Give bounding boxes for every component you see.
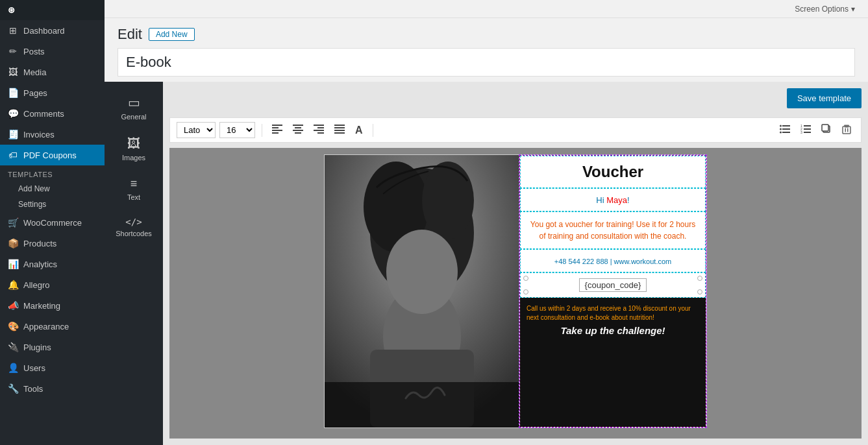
align-left-button[interactable] — [269, 123, 286, 138]
resize-handle-br[interactable] — [697, 289, 702, 295]
svg-rect-10 — [314, 130, 324, 131]
sidebar-item-woocommerce[interactable]: 🛒 WooCommerce — [0, 212, 105, 233]
voucher-code-block[interactable]: {coupon_code} — [520, 272, 706, 298]
font-size-select[interactable]: 89101112141618202428364872 — [219, 122, 255, 138]
align-justify-button[interactable] — [331, 123, 348, 138]
duplicate-button[interactable] — [818, 122, 835, 138]
panel-item-general[interactable]: ▭ General — [105, 88, 163, 127]
svg-point-38 — [422, 162, 474, 239]
sidebar-item-plugins[interactable]: 🔌 Plugins — [0, 337, 105, 357]
sidebar-sub-add-new[interactable]: Add New — [0, 181, 105, 197]
svg-rect-9 — [317, 127, 324, 128]
chevron-down-icon: ▾ — [851, 5, 855, 14]
panel-item-images[interactable]: 🖼 Images — [105, 130, 163, 168]
sidebar-item-label: Allegro — [23, 280, 49, 290]
sidebar-item-dashboard[interactable]: ⊞ Dashboard — [0, 20, 105, 41]
editor-wrapper: ▭ General 🖼 Images ≡ Text </> Shortcodes… — [105, 82, 868, 445]
toolbar-right-actions: 123 — [776, 122, 854, 138]
bold-button[interactable]: A — [352, 123, 366, 138]
svg-rect-5 — [295, 127, 301, 128]
sidebar-sub-settings[interactable]: Settings — [0, 197, 105, 212]
sidebar-item-label: Invoices — [23, 130, 55, 139]
voucher-greeting-block[interactable]: Hi Maya! — [520, 188, 706, 211]
screen-options-label: Screen Options — [795, 5, 849, 14]
canvas-area: Save template Lato 891011121416182024283… — [163, 82, 868, 445]
sidebar-item-comments[interactable]: 💬 Comments — [0, 103, 105, 124]
panel-item-text[interactable]: ≡ Text — [105, 171, 163, 208]
sidebar-item-posts[interactable]: ✏ Posts — [0, 41, 105, 62]
top-controls: Save template — [169, 88, 862, 114]
allegro-icon: 🔔 — [8, 280, 18, 290]
sidebar-item-pdf-coupons[interactable]: 🏷 PDF Coupons — [0, 145, 105, 165]
sidebar-item-products[interactable]: 📦 Products — [0, 233, 105, 254]
voucher-body-block[interactable]: You got a voucher for training! Use it f… — [520, 211, 706, 249]
sidebar-item-label: PDF Coupons — [23, 150, 77, 160]
wp-logo-icon: ⊛ — [8, 5, 15, 15]
voucher-body-text: You got a voucher for training! Use it f… — [527, 219, 699, 242]
sidebar-item-label: Products — [23, 239, 56, 248]
save-template-button[interactable]: Save template — [787, 88, 862, 108]
panel-item-shortcodes[interactable]: </> Shortcodes — [105, 210, 163, 244]
resize-handle-tl[interactable] — [523, 276, 528, 281]
voucher-title-block[interactable]: Voucher — [520, 156, 706, 188]
sidebar-item-label: Tools — [23, 384, 43, 394]
panel-label-shortcodes: Shortcodes — [116, 230, 152, 237]
svg-rect-14 — [334, 130, 345, 131]
panel-label-images: Images — [122, 154, 145, 162]
sidebar-item-label: Comments — [23, 109, 64, 119]
resize-handle-bl[interactable] — [523, 289, 528, 295]
pages-icon: 📄 — [8, 88, 18, 98]
align-right-button[interactable] — [310, 123, 327, 138]
list-unordered-button[interactable] — [776, 122, 793, 138]
sidebar-item-allegro[interactable]: 🔔 Allegro — [0, 274, 105, 295]
svg-rect-42 — [325, 382, 519, 427]
posts-icon: ✏ — [8, 46, 18, 56]
sidebar-item-label: Analytics — [23, 259, 57, 269]
align-center-button[interactable] — [290, 123, 306, 138]
sidebar-item-appearance[interactable]: 🎨 Appearance — [0, 316, 105, 337]
sidebar-item-pages[interactable]: 📄 Pages — [0, 82, 105, 103]
svg-rect-8 — [314, 125, 324, 126]
resize-handle-tr[interactable] — [697, 276, 702, 281]
pdf-coupons-icon: 🏷 — [8, 150, 18, 160]
toolbar-separator-1 — [262, 124, 262, 137]
svg-text:3: 3 — [800, 130, 802, 134]
voucher-contact-block[interactable]: +48 544 222 888 | www.workout.com — [520, 249, 706, 272]
svg-rect-7 — [295, 132, 301, 134]
sidebar-item-label: Appearance — [23, 322, 69, 331]
delete-button[interactable] — [839, 122, 854, 138]
analytics-icon: 📊 — [8, 259, 18, 269]
svg-rect-0 — [272, 125, 282, 126]
sidebar-item-users[interactable]: 👤 Users — [0, 357, 105, 378]
left-panel: ▭ General 🖼 Images ≡ Text </> Shortcodes — [105, 82, 163, 445]
voucher-greeting-name: Maya — [606, 195, 627, 205]
svg-rect-3 — [272, 132, 279, 134]
voucher-container: Voucher Hi Maya! You got a voucher for t… — [324, 154, 707, 428]
svg-rect-22 — [804, 125, 811, 126]
font-family-select[interactable]: Lato — [177, 122, 216, 138]
voucher-content-side: Voucher Hi Maya! You got a voucher for t… — [519, 155, 706, 427]
users-icon: 👤 — [8, 363, 18, 373]
sidebar-item-tools[interactable]: 🔧 Tools — [0, 378, 105, 399]
voucher-footer-block[interactable]: Call us within 2 days and receive a 10% … — [520, 298, 706, 427]
svg-rect-4 — [293, 125, 303, 126]
voucher-footer-cta: Take up the challenge! — [527, 325, 699, 336]
sidebar-item-analytics[interactable]: 📊 Analytics — [0, 254, 105, 274]
add-new-button[interactable]: Add New — [149, 28, 195, 41]
svg-point-19 — [780, 125, 782, 127]
svg-rect-13 — [334, 127, 345, 128]
screen-options-button[interactable]: Screen Options ▾ — [795, 5, 855, 14]
sidebar-item-media[interactable]: 🖼 Media — [0, 62, 105, 82]
sidebar-item-marketing[interactable]: 📣 Marketing — [0, 295, 105, 316]
sidebar-item-invoices[interactable]: 🧾 Invoices — [0, 124, 105, 145]
title-row — [105, 48, 868, 82]
page-title-input[interactable] — [118, 48, 855, 77]
sidebar-item-label: Pages — [23, 88, 47, 98]
svg-point-20 — [780, 128, 782, 130]
list-ordered-button[interactable]: 123 — [797, 122, 814, 138]
svg-rect-29 — [822, 125, 828, 131]
svg-rect-18 — [782, 132, 790, 133]
panel-label-text: Text — [127, 193, 140, 201]
edit-header: Edit Add New — [105, 18, 868, 48]
voucher-greeting: Hi Maya! — [596, 195, 629, 205]
